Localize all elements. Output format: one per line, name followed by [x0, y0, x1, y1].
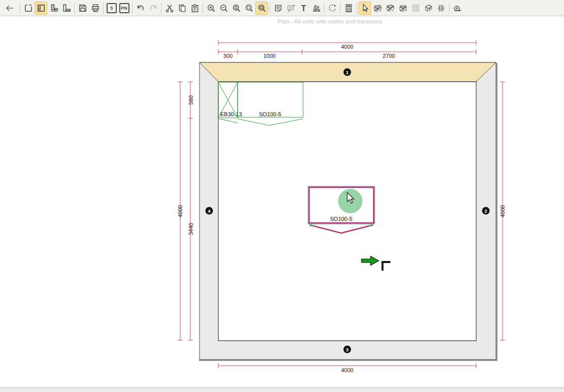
undo-icon [136, 4, 145, 13]
floor-plan: 4000 300 1000 2700 4000 560 3440 4000 40… [0, 23, 564, 386]
back-arrow-icon [5, 4, 15, 12]
zoom-actual-button[interactable] [230, 2, 243, 15]
toolbar-separator [270, 3, 270, 14]
elevation-view-2-button[interactable] [60, 2, 73, 15]
dim-top-total: 4000 [341, 44, 353, 50]
svg-text:1: 1 [346, 70, 349, 75]
save-button[interactable] [76, 2, 89, 15]
toolbar-separator [161, 3, 161, 14]
elevation-view-1-button[interactable] [47, 2, 60, 15]
zoom-fit-icon [245, 4, 254, 13]
back-button[interactable] [2, 2, 17, 15]
zoom-in-button[interactable] [205, 2, 217, 15]
parallel-walls-button[interactable] [435, 2, 447, 15]
elevation-view-1-icon [49, 4, 58, 13]
wall-marker-1[interactable]: 1 [344, 69, 351, 76]
wall-visibility-button[interactable] [422, 2, 435, 15]
dim-left-seg-3440: 3440 [188, 223, 194, 235]
dim-top-seg-300: 300 [223, 53, 233, 59]
toolbar-separator [74, 3, 75, 14]
dim-top-seg-1000: 1000 [263, 53, 276, 59]
unit-eb30-13-label: EB30-13 [220, 111, 242, 117]
color-palette-icon [312, 4, 321, 13]
rotate-button[interactable] [326, 2, 339, 15]
zoom-window-button[interactable] [255, 2, 268, 15]
hide-units-3-button[interactable] [396, 2, 409, 15]
pn-mode-label: PN [119, 3, 129, 13]
toolbar-separator [103, 3, 104, 14]
paste-button[interactable] [188, 2, 201, 15]
save-icon [78, 4, 87, 13]
copy-button[interactable] [176, 2, 188, 15]
hide-units-2-button[interactable] [384, 2, 396, 15]
wall-marker-4[interactable]: 4 [206, 207, 213, 215]
print-icon [91, 4, 100, 13]
plan-view-button[interactable] [35, 2, 47, 15]
s-mode-button[interactable]: S [105, 2, 118, 15]
copy-icon [178, 4, 187, 13]
zoom-actual-icon [232, 4, 241, 13]
wall-marker-3[interactable]: 3 [344, 346, 351, 353]
measuring-tape-button[interactable] [451, 2, 463, 15]
dim-left-total: 4000 [177, 205, 183, 217]
note-icon [274, 4, 283, 13]
comment-button[interactable] [284, 2, 297, 15]
measuring-tape-icon [453, 4, 462, 13]
text-tool-icon: T [299, 4, 308, 13]
pn-mode-button[interactable]: PN [118, 2, 130, 15]
note-button[interactable] [272, 2, 284, 15]
room-outline-button[interactable] [22, 2, 35, 15]
undo-button[interactable] [134, 2, 147, 15]
toolbar-separator [132, 3, 132, 14]
pointer-button[interactable] [358, 2, 371, 15]
main-toolbar: S PN T [0, 0, 564, 16]
toolbar-separator [356, 3, 357, 14]
toolbar-separator [203, 3, 203, 14]
wall-visibility-icon [424, 4, 433, 13]
svg-text:T: T [301, 4, 306, 12]
text-tool-button[interactable]: T [297, 2, 310, 15]
toolbar-separator [324, 3, 324, 14]
redo-icon [149, 4, 158, 13]
color-palette-button[interactable] [310, 2, 322, 15]
unit-so100-5-wall-label: SO100-5 [259, 111, 281, 117]
parallel-walls-icon [437, 4, 446, 13]
dim-left-seg-560: 560 [188, 95, 194, 105]
elevation-view-2-icon [62, 4, 71, 13]
zoom-in-icon [207, 4, 216, 13]
wall-marker-2[interactable]: 2 [482, 207, 490, 215]
comment-icon [286, 4, 295, 13]
hide-units-2-icon [386, 4, 395, 13]
dim-bottom-total: 4000 [341, 367, 353, 373]
cut-icon [165, 4, 174, 13]
dim-top-seg-2700: 2700 [383, 53, 395, 59]
calculator-icon [344, 4, 353, 13]
toolbar-separator [340, 3, 341, 14]
drawing-canvas[interactable]: Plan - All units with codes and measures… [0, 16, 564, 392]
grid-toggle-button[interactable] [409, 2, 422, 15]
svg-text:2: 2 [484, 208, 487, 214]
svg-text:4: 4 [208, 208, 211, 214]
rotate-icon [328, 4, 337, 13]
pointer-icon [360, 4, 370, 13]
print-button[interactable] [89, 2, 102, 15]
zoom-out-button[interactable] [217, 2, 230, 15]
dim-right-total: 4000 [500, 205, 506, 217]
svg-text:3: 3 [346, 347, 348, 352]
cut-button[interactable] [163, 2, 176, 15]
hide-units-1-button[interactable] [371, 2, 384, 15]
s-mode-label: S [107, 3, 117, 13]
redo-button[interactable] [147, 2, 159, 15]
zoom-fit-button[interactable] [243, 2, 255, 15]
grid-toggle-icon [411, 4, 420, 13]
zoom-out-icon [219, 4, 228, 13]
room-outline-icon [24, 4, 33, 13]
status-bar [0, 387, 564, 392]
calculator-button[interactable] [342, 2, 355, 15]
zoom-window-icon [257, 4, 267, 13]
hide-units-1-icon [373, 4, 382, 13]
toolbar-separator [20, 3, 20, 14]
unit-so100-5-selected-label: SO100-5 [330, 216, 352, 222]
hide-units-3-icon [399, 4, 408, 13]
paste-icon [190, 4, 200, 13]
